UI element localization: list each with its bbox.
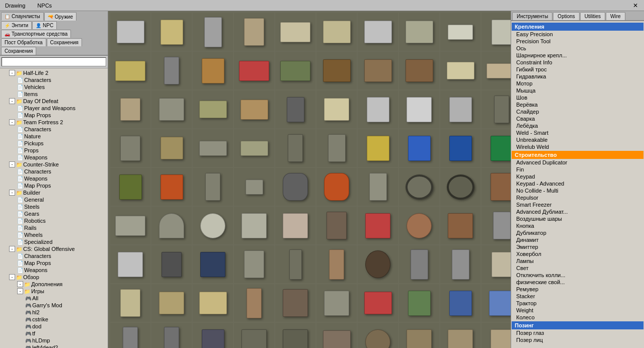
model-cell[interactable] (316, 13, 357, 51)
tab-saves1[interactable]: Сохранения (47, 38, 82, 46)
model-cell[interactable] (151, 129, 192, 167)
model-cell[interactable] (399, 168, 439, 206)
tool-item[interactable]: Ось (511, 45, 644, 52)
tree-item-cs-mapprops[interactable]: 📄 Map Props (0, 182, 108, 189)
tool-item[interactable]: Advanced Дублиат... (511, 208, 644, 215)
model-cell[interactable] (358, 284, 398, 322)
toggle-dopolneniya[interactable]: - (17, 281, 23, 287)
tool-item[interactable]: Позер глаз (511, 329, 644, 336)
tool-item[interactable]: Лебёдка (511, 122, 644, 129)
model-cell[interactable] (440, 323, 480, 348)
tab-utilities[interactable]: Utilities (580, 12, 605, 20)
tool-item[interactable]: Weld - Smart (511, 129, 644, 136)
tab-vehicles[interactable]: 🚗 Транспортные средства (1, 30, 71, 38)
toggle-igry[interactable]: - (17, 288, 23, 294)
tool-item[interactable]: Колесо (511, 314, 644, 321)
tool-item[interactable]: Advanced Duplicator (511, 159, 644, 166)
model-cell[interactable] (481, 284, 511, 322)
tree-item-csgo-weapons[interactable]: 📄 Weapons (0, 267, 108, 274)
tool-item[interactable]: Динамит (511, 236, 644, 243)
tab-tools[interactable]: Инструменты (512, 12, 552, 20)
menu-drawing[interactable]: Drawing (3, 2, 27, 10)
model-cell[interactable] (275, 52, 315, 90)
model-cell[interactable] (193, 284, 233, 322)
model-cell[interactable] (110, 13, 150, 51)
tool-item[interactable]: Keypad (511, 173, 644, 180)
model-cell[interactable] (440, 284, 480, 322)
toggle-dod[interactable]: - (9, 98, 15, 104)
model-cell[interactable] (358, 245, 398, 283)
model-cell[interactable] (151, 168, 192, 206)
tree-item-left4dead2[interactable]: 🎮 left4dead2 (0, 344, 108, 348)
tree-item-cs-weapons[interactable]: 📄 Weapons (0, 175, 108, 182)
toggle-csgo[interactable]: - (9, 246, 15, 252)
model-cell[interactable] (481, 129, 511, 167)
tool-item[interactable]: Stacker (511, 293, 644, 300)
model-cell[interactable] (275, 13, 315, 51)
tool-item[interactable]: Дубликатор (511, 229, 644, 236)
tree-item-builder-wheels[interactable]: 📄 Wheels (0, 231, 108, 238)
tool-item[interactable]: Smart Freezer (511, 201, 644, 208)
tab-wire[interactable]: Wire (606, 12, 625, 20)
tree-item-obzor[interactable]: - 📁 Обзор (0, 274, 108, 281)
tree-item-tf-game[interactable]: 🎮 tf (0, 330, 108, 337)
model-cell[interactable] (399, 52, 439, 90)
model-cell[interactable] (275, 207, 315, 244)
tool-item[interactable]: Свет (511, 265, 644, 272)
model-cell[interactable] (193, 207, 233, 244)
tool-item[interactable]: No Collide - Multi (511, 187, 644, 194)
tool-item[interactable]: Unbreakable (511, 136, 644, 143)
tree-item-hl2-items[interactable]: 📄 Items (0, 91, 108, 98)
tree-item-tf2-nature[interactable]: 📄 Nature (0, 133, 108, 140)
tree-item-tf2-pickups[interactable]: 📄 Pickups (0, 140, 108, 147)
model-cell[interactable] (481, 13, 511, 51)
tree-item-tf2-props[interactable]: 📄 Props (0, 147, 108, 154)
tree-item-cs[interactable]: - 📁 Counter-Strike (0, 161, 108, 168)
model-cell[interactable] (151, 91, 192, 128)
model-cell[interactable] (193, 91, 233, 128)
tree-item-tf2[interactable]: - 📁 Team Fortress 2 (0, 119, 108, 126)
model-cell[interactable] (440, 168, 480, 206)
model-cell[interactable] (358, 323, 398, 348)
tool-item[interactable]: Keypad - Advanced (511, 180, 644, 187)
toggle-obzor[interactable]: - (9, 274, 15, 280)
model-cell[interactable] (234, 245, 274, 283)
tree-item-hldmp[interactable]: 🎮 hLDmp (0, 337, 108, 344)
tool-item[interactable]: Позер лиц (511, 336, 644, 343)
tool-item[interactable]: Слайдер (511, 108, 644, 115)
tree-item-cstrike[interactable]: 🎮 cstrike (0, 316, 108, 323)
model-cell[interactable] (193, 245, 233, 283)
model-cell[interactable] (193, 129, 233, 167)
model-cell[interactable] (110, 168, 150, 206)
model-cell[interactable] (110, 323, 150, 348)
model-cell[interactable] (440, 52, 480, 90)
model-cell[interactable] (399, 129, 439, 167)
model-cell[interactable] (110, 52, 150, 90)
model-cell[interactable] (110, 284, 150, 322)
model-cell[interactable] (193, 168, 233, 206)
tool-item[interactable]: Трактор (511, 300, 644, 307)
model-cell[interactable] (399, 13, 439, 51)
model-cell[interactable] (440, 245, 480, 283)
tree-item-half-life2[interactable]: - 📁 Half-Life 2 (0, 69, 108, 76)
model-cell[interactable] (151, 245, 192, 283)
tool-item[interactable]: Repulsor (511, 194, 644, 201)
model-cell[interactable] (151, 284, 192, 322)
tree-item-cs-chars[interactable]: 📄 Characters (0, 168, 108, 175)
model-cell[interactable] (275, 168, 315, 206)
toggle-builder[interactable]: - (9, 190, 15, 196)
model-cell[interactable] (481, 91, 511, 128)
tool-item[interactable]: Precision Tool (511, 38, 644, 45)
model-cell[interactable] (440, 13, 480, 51)
model-cell[interactable] (275, 245, 315, 283)
tools-list[interactable]: КрепленияEasy PrecisionPrecision ToolОсь… (511, 21, 644, 348)
tool-item[interactable]: Эмиттер (511, 243, 644, 250)
tree-item-garrys-mod[interactable]: 🎮 Garry's Mod (0, 302, 108, 309)
model-cell[interactable] (399, 323, 439, 348)
model-cell[interactable] (234, 284, 274, 322)
model-cell[interactable] (481, 245, 511, 283)
tool-item[interactable]: Мотор (511, 80, 644, 87)
model-cell[interactable] (316, 168, 357, 206)
tab-postprocess[interactable]: Пост Обработка (1, 38, 46, 46)
tool-item[interactable]: Easy Precision (511, 31, 644, 38)
